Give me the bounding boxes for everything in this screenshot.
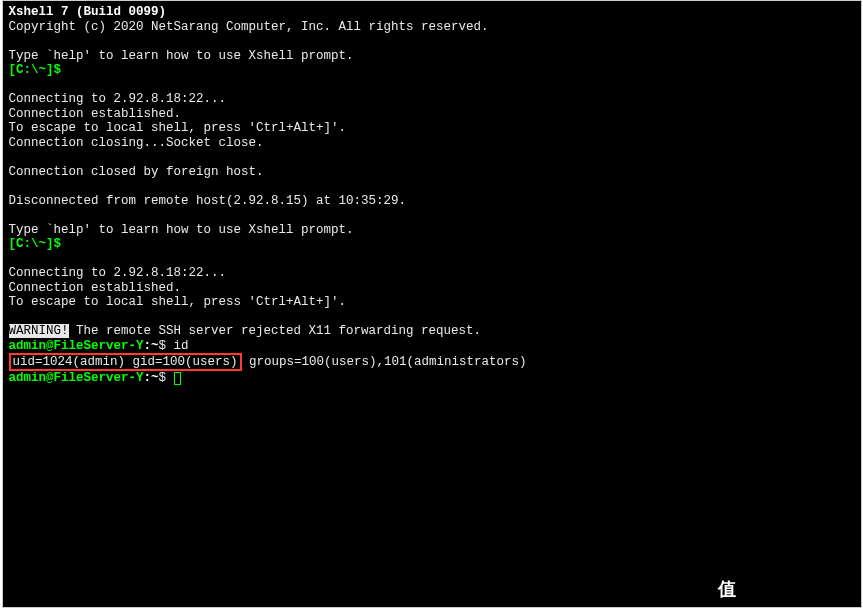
disconnected-line: Disconnected from remote host(2.92.8.15)… (9, 194, 407, 208)
warning-label: WARNING! (9, 324, 69, 338)
watermark: 值 什么值得买 (710, 572, 855, 606)
id-output-highlighted: uid=1024(admin) gid=100(users) (9, 353, 242, 371)
command-id: id (174, 339, 189, 353)
ssh-prompt-path: ~ (151, 339, 159, 353)
ssh-prompt-dollar: $ (159, 339, 174, 353)
terminal-output[interactable]: Xshell 7 (Build 0099) Copyright (c) 2020… (2, 0, 862, 608)
cursor-icon (174, 372, 181, 385)
watermark-text: 什么值得买 (750, 576, 855, 603)
warning-text: The remote SSH server rejected X11 forwa… (69, 324, 482, 338)
ssh-prompt-path: ~ (151, 371, 159, 385)
copyright-line: Copyright (c) 2020 NetSarang Computer, I… (9, 20, 489, 34)
ssh-prompt-user: admin@FileServer-Y (9, 339, 144, 353)
ssh-prompt-user: admin@FileServer-Y (9, 371, 144, 385)
app-title: Xshell 7 (Build 0099) (9, 5, 167, 19)
ssh-prompt-sep: : (144, 371, 152, 385)
help-text: Type `help' to learn how to use Xshell p… (9, 49, 354, 63)
ssh-prompt-dollar: $ (159, 371, 174, 385)
local-prompt: [C:\~]$ (9, 63, 62, 77)
escape-hint: To escape to local shell, press 'Ctrl+Al… (9, 295, 347, 309)
closing-line: Connection closing...Socket close. (9, 136, 264, 150)
connecting-line: Connecting to 2.92.8.18:22... (9, 92, 227, 106)
closed-by-line: Connection closed by foreign host. (9, 165, 264, 179)
ssh-prompt-sep: : (144, 339, 152, 353)
help-text: Type `help' to learn how to use Xshell p… (9, 223, 354, 237)
connecting-line: Connecting to 2.92.8.18:22... (9, 266, 227, 280)
id-output-rest: groups=100(users),101(administrators) (242, 355, 527, 369)
local-prompt: [C:\~]$ (9, 237, 62, 251)
established-line: Connection established. (9, 281, 182, 295)
watermark-icon: 值 (710, 572, 744, 606)
established-line: Connection established. (9, 107, 182, 121)
escape-hint: To escape to local shell, press 'Ctrl+Al… (9, 121, 347, 135)
